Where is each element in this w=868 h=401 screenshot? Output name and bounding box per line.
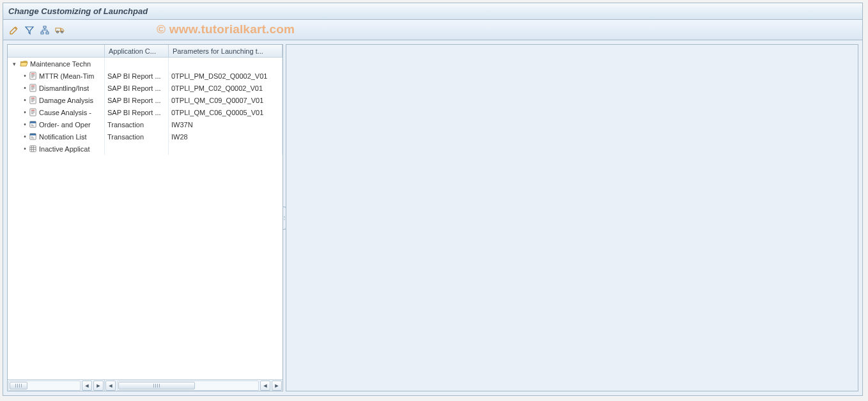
tree-header-row: Application C... Parameters for Launchin… bbox=[8, 45, 283, 58]
svg-rect-17 bbox=[31, 98, 35, 98]
tree-row[interactable]: • Damage Analysis SAP BI Report ... 0TPL… bbox=[8, 94, 283, 106]
scroll-right-button[interactable]: ► bbox=[93, 381, 104, 391]
svg-rect-27 bbox=[29, 122, 35, 123]
svg-rect-31 bbox=[29, 134, 35, 136]
toolbar-activate-button[interactable] bbox=[38, 23, 52, 37]
svg-rect-28 bbox=[31, 125, 33, 125]
funnel-check-icon bbox=[24, 25, 35, 35]
truck-icon bbox=[55, 25, 65, 35]
tree-item-label: Dismantling/Inst bbox=[39, 84, 89, 92]
app-window: Change Customizing of Launchpad © www.tu… bbox=[3, 3, 863, 396]
svg-rect-22 bbox=[31, 110, 35, 111]
tree-row[interactable]: • Inactive Applicat bbox=[8, 143, 283, 155]
tree-item-appcat: SAP BI Report ... bbox=[105, 82, 169, 94]
svg-rect-20 bbox=[31, 101, 33, 102]
watermark-text: © www.tutorialkart.com bbox=[157, 22, 295, 36]
tree-hscroll-right[interactable]: ◄ ◄ ► bbox=[105, 380, 283, 391]
tree-item-params: IW28 bbox=[169, 130, 283, 143]
expand-toggle-icon[interactable]: ▾ bbox=[10, 60, 18, 68]
leaf-bullet-icon: • bbox=[22, 97, 28, 104]
tree-root-cell: ▾ Maintenance Techn bbox=[8, 58, 105, 70]
svg-rect-3 bbox=[56, 28, 61, 31]
svg-rect-33 bbox=[31, 138, 34, 138]
scrollbar-track[interactable] bbox=[8, 381, 81, 391]
detail-panel: ⋮ bbox=[286, 44, 858, 391]
column-header-params[interactable]: Parameters for Launching t... bbox=[169, 45, 283, 57]
scroll-left-button[interactable]: ◄ bbox=[82, 381, 92, 391]
tree-item-cell: • Dismantling/Inst bbox=[8, 82, 105, 94]
tree-panel: Application C... Parameters for Launchin… bbox=[7, 44, 283, 391]
svg-rect-34 bbox=[29, 146, 35, 152]
transaction-icon bbox=[28, 132, 37, 141]
leaf-bullet-icon: • bbox=[22, 145, 28, 152]
column-header-tree[interactable] bbox=[8, 45, 105, 57]
tree-root-appcat bbox=[105, 58, 169, 70]
tree-root-row[interactable]: ▾ Maintenance Techn bbox=[8, 58, 283, 70]
svg-rect-0 bbox=[43, 26, 46, 28]
leaf-bullet-icon: • bbox=[22, 72, 28, 79]
hierarchy-icon bbox=[40, 25, 50, 35]
svg-rect-15 bbox=[31, 89, 33, 90]
svg-rect-18 bbox=[31, 99, 35, 100]
tree-item-appcat: SAP BI Report ... bbox=[105, 106, 169, 118]
svg-rect-14 bbox=[31, 88, 35, 89]
tree-row[interactable]: • Notification List Transaction IW28 bbox=[8, 130, 283, 143]
scrollbar-thumb[interactable] bbox=[10, 382, 27, 389]
tree-item-params: 0TPLI_QM_C09_Q0007_V01 bbox=[169, 94, 283, 106]
inactive-folder-icon bbox=[28, 145, 37, 153]
scroll-left-button[interactable]: ◄ bbox=[260, 381, 270, 391]
svg-rect-1 bbox=[41, 32, 43, 34]
tree-item-cell: • Cause Analysis - bbox=[8, 106, 105, 118]
content-area: Application C... Parameters for Launchin… bbox=[3, 40, 862, 395]
column-header-appcat[interactable]: Application C... bbox=[105, 45, 169, 57]
svg-rect-25 bbox=[31, 113, 33, 114]
scroll-right-button[interactable]: ► bbox=[272, 381, 282, 391]
scroll-left-button[interactable]: ◄ bbox=[105, 381, 116, 391]
leaf-bullet-icon: • bbox=[22, 121, 28, 128]
svg-rect-9 bbox=[31, 76, 35, 77]
tree-item-cell: • MTTR (Mean-Tim bbox=[8, 70, 105, 82]
svg-point-5 bbox=[61, 31, 63, 33]
title-bar: Change Customizing of Launchpad bbox=[3, 3, 862, 20]
tree-row[interactable]: • Dismantling/Inst SAP BI Report ... 0TP… bbox=[8, 82, 283, 94]
tree-hscroll-left[interactable]: ◄ ► bbox=[8, 380, 105, 391]
report-icon bbox=[28, 108, 37, 117]
svg-rect-7 bbox=[31, 74, 35, 74]
toolbar-edit-button[interactable] bbox=[7, 23, 21, 37]
tree-row[interactable]: • Cause Analysis - SAP BI Report ... 0TP… bbox=[8, 106, 283, 118]
tree-hscroll-strip: ◄ ► ◄ ◄ ► bbox=[8, 379, 283, 391]
tree-item-appcat: SAP BI Report ... bbox=[105, 94, 169, 106]
svg-rect-10 bbox=[31, 77, 33, 77]
toolbar: © www.tutorialkart.com bbox=[3, 20, 862, 40]
svg-rect-19 bbox=[31, 100, 35, 101]
transaction-icon bbox=[28, 120, 37, 129]
tree-item-params: IW37N bbox=[169, 118, 283, 130]
tree-item-params bbox=[169, 143, 283, 155]
toolbar-transport-button[interactable] bbox=[53, 23, 67, 37]
scrollbar-thumb[interactable] bbox=[118, 382, 195, 389]
tree-item-params: 0TPLI_PM_DS02_Q0002_V01 bbox=[169, 70, 283, 82]
report-icon bbox=[28, 84, 37, 93]
svg-rect-8 bbox=[31, 75, 35, 75]
tree-row[interactable]: • Order- and Oper Transaction IW37N bbox=[8, 118, 283, 130]
splitter-handle[interactable]: ⋮ bbox=[283, 207, 286, 230]
tree-item-cell: • Inactive Applicat bbox=[8, 143, 105, 155]
tree-row[interactable]: • MTTR (Mean-Tim SAP BI Report ... 0TPLI… bbox=[8, 70, 283, 82]
toolbar-check-button[interactable] bbox=[22, 23, 36, 37]
leaf-bullet-icon: • bbox=[22, 133, 28, 140]
svg-rect-24 bbox=[31, 113, 35, 113]
svg-rect-12 bbox=[31, 86, 35, 86]
report-icon bbox=[28, 72, 37, 81]
tree-item-cell: • Damage Analysis bbox=[8, 94, 105, 106]
page-title: Change Customizing of Launchpad bbox=[8, 6, 148, 16]
svg-rect-13 bbox=[31, 87, 35, 88]
tree-item-label: Order- and Oper bbox=[39, 121, 91, 129]
tree-item-params: 0TPLI_PM_C02_Q0002_V01 bbox=[169, 82, 283, 94]
tree-item-appcat bbox=[105, 143, 169, 155]
tree-item-appcat: Transaction bbox=[105, 118, 169, 130]
svg-rect-23 bbox=[31, 111, 35, 112]
svg-rect-32 bbox=[31, 137, 33, 138]
tree-item-cell: • Notification List bbox=[8, 130, 105, 143]
tree-item-label: Cause Analysis - bbox=[39, 109, 91, 116]
scrollbar-track[interactable] bbox=[117, 381, 259, 391]
